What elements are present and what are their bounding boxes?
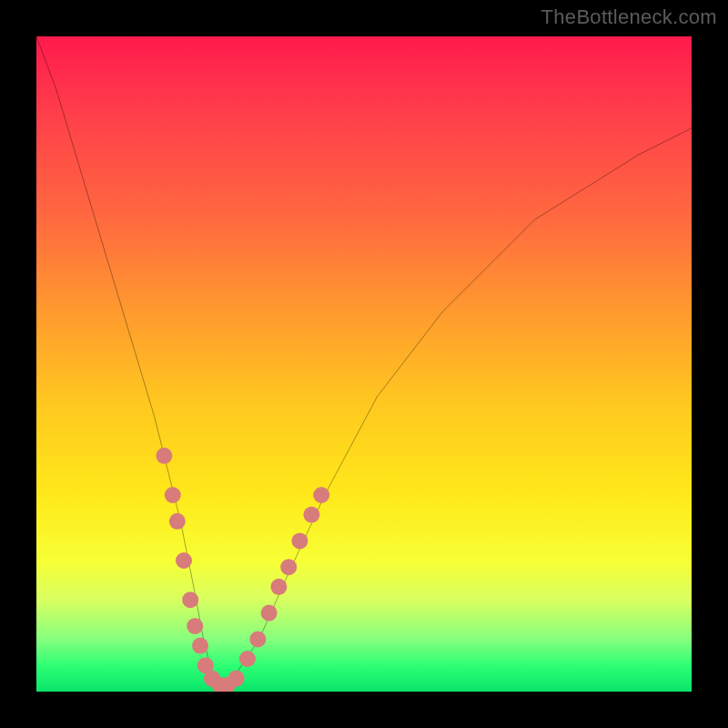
marker-dot xyxy=(239,651,256,667)
marker-dot xyxy=(313,487,329,503)
marker-dot xyxy=(169,513,186,530)
curve-svg xyxy=(36,36,692,692)
marker-dot xyxy=(261,605,278,622)
plot-area xyxy=(36,36,692,692)
marker-dot xyxy=(249,631,266,647)
marker-dot xyxy=(291,532,308,549)
marker-dot xyxy=(280,559,297,575)
chart-frame: TheBottleneck.com xyxy=(0,0,728,728)
marker-dot xyxy=(192,638,208,654)
marker-dot xyxy=(270,579,287,595)
bottleneck-curve xyxy=(36,36,692,692)
marker-dot xyxy=(228,671,245,687)
marker-dot xyxy=(303,507,319,523)
marker-dot xyxy=(182,592,198,608)
marker-group xyxy=(156,448,329,692)
marker-dot xyxy=(187,618,203,634)
watermark-text: TheBottleneck.com xyxy=(541,5,717,29)
marker-dot xyxy=(156,448,172,464)
marker-dot xyxy=(176,552,192,569)
marker-dot xyxy=(165,487,181,503)
